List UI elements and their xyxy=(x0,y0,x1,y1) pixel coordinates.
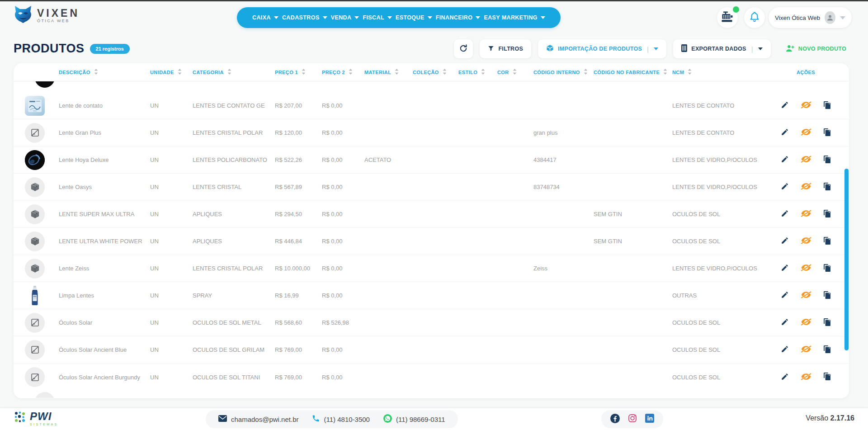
cell-categoria: LENTES CRISTAL POLAR xyxy=(193,265,275,272)
pencil-icon xyxy=(781,128,789,137)
hide-button[interactable] xyxy=(801,155,811,165)
cell-ncm: LENTES DE CONTATO xyxy=(672,102,763,109)
column-header-label: AÇÕES xyxy=(797,70,815,75)
edit-button[interactable] xyxy=(781,209,789,219)
import-products-button[interactable]: IMPORTAÇÃO DE PRODUTOS | xyxy=(538,39,666,58)
hide-button[interactable] xyxy=(801,317,811,328)
hide-button[interactable] xyxy=(801,372,811,383)
column-header-cor[interactable]: COR xyxy=(497,69,533,76)
nav-item-fiscal[interactable]: FISCAL xyxy=(363,14,392,21)
facebook-icon[interactable] xyxy=(610,414,620,425)
duplicate-button[interactable] xyxy=(823,155,831,165)
table-body: Lente de contatoUNLENTES DE CONTATO GER$… xyxy=(14,92,849,391)
duplicate-button[interactable] xyxy=(823,345,831,355)
column-header-categoria[interactable]: CATEGORIA xyxy=(193,69,275,76)
column-header-estilo[interactable]: ESTILO xyxy=(458,69,497,76)
hide-button[interactable] xyxy=(801,100,811,111)
nav-item-caixa[interactable]: CAIXA xyxy=(252,14,278,21)
table-row: Óculos Solar Ancient BlueUNOCULOS DE SOL… xyxy=(14,336,849,364)
nav-item-cadastros[interactable]: CADASTROS xyxy=(282,14,327,21)
hide-button[interactable] xyxy=(801,182,811,192)
table-row: Lente ZeissUNLENTES CRISTAL POLARR$ 10.0… xyxy=(14,255,849,282)
whatsapp-link[interactable]: (11) 98669-0311 xyxy=(383,414,445,424)
edit-button[interactable] xyxy=(781,236,789,246)
copy-icon xyxy=(823,318,831,328)
no-image-icon xyxy=(25,367,45,387)
duplicate-button[interactable] xyxy=(823,318,831,328)
column-header-material[interactable]: MATERIAL xyxy=(364,69,413,76)
hide-button[interactable] xyxy=(801,345,811,355)
whatsapp-text: (11) 98669-0311 xyxy=(396,416,445,423)
nav-item-financeiro[interactable]: FINANCEIRO xyxy=(436,14,481,21)
nav-item-venda[interactable]: VENDA xyxy=(331,14,359,21)
duplicate-button[interactable] xyxy=(823,372,831,382)
row-actions xyxy=(763,263,849,274)
chevron-down-icon xyxy=(428,16,432,19)
column-header-c-digo-no-fabricante[interactable]: CÓDIGO NO FABRICANTE xyxy=(594,69,672,76)
nav-item-label: CADASTROS xyxy=(282,14,320,21)
hide-button[interactable] xyxy=(801,128,811,138)
edit-button[interactable] xyxy=(781,345,789,354)
hide-button[interactable] xyxy=(801,236,811,246)
duplicate-button[interactable] xyxy=(823,209,831,219)
version-number: 2.17.16 xyxy=(830,414,854,422)
hide-button[interactable] xyxy=(801,290,811,301)
column-header-pre-o-1[interactable]: PREÇO 1 xyxy=(275,69,322,76)
nav-item-estoque[interactable]: ESTOQUE xyxy=(396,14,432,21)
linkedin-icon[interactable] xyxy=(645,414,654,425)
nav-item-label: VENDA xyxy=(331,14,352,21)
edit-button[interactable] xyxy=(781,318,789,327)
edit-button[interactable] xyxy=(781,128,789,137)
duplicate-button[interactable] xyxy=(823,236,831,246)
column-header-pre-o-2[interactable]: PREÇO 2 xyxy=(322,69,364,76)
duplicate-button[interactable] xyxy=(823,291,831,301)
cell-descricao: Óculos Solar xyxy=(59,319,150,326)
edit-button[interactable] xyxy=(781,155,789,165)
edit-button[interactable] xyxy=(781,182,789,192)
new-product-button[interactable]: NOVO PRODUTO xyxy=(778,39,854,58)
edit-button[interactable] xyxy=(781,373,789,382)
instagram-icon[interactable] xyxy=(628,414,637,425)
column-header-descri-o[interactable]: DESCRIÇÃO xyxy=(59,69,150,76)
phone-link[interactable]: (11) 4810-3500 xyxy=(312,415,369,424)
row-actions xyxy=(763,290,849,301)
product-image xyxy=(35,81,55,88)
chevron-down-icon xyxy=(323,16,327,19)
sort-icon xyxy=(688,69,692,76)
table-scrollbar[interactable] xyxy=(844,169,849,350)
cell-categoria: LENTES POLICARBONATO xyxy=(193,156,275,163)
edit-button[interactable] xyxy=(781,101,789,110)
filter-funnel-icon xyxy=(488,45,494,53)
edit-button[interactable] xyxy=(781,264,789,273)
column-header-cole-o[interactable]: COLEÇÃO xyxy=(413,69,458,76)
product-image xyxy=(35,392,55,398)
column-header-unidade[interactable]: UNIDADE xyxy=(150,69,193,76)
refresh-button[interactable] xyxy=(454,39,473,58)
column-header-label: CÓDIGO NO FABRICANTE xyxy=(594,70,660,75)
column-header-ncm[interactable]: NCM xyxy=(672,69,763,76)
copy-icon xyxy=(823,372,831,382)
table-header-row: DESCRIÇÃOUNIDADECATEGORIAPREÇO 1PREÇO 2M… xyxy=(14,63,849,81)
no-image-icon xyxy=(25,313,45,333)
support-email-link[interactable]: chamados@pwi.net.br xyxy=(218,415,298,423)
duplicate-button[interactable] xyxy=(823,101,831,111)
pencil-icon xyxy=(781,318,789,327)
cell-descricao: Lente Gran Plus xyxy=(59,129,150,136)
user-menu[interactable]: Vixen Ótica Web xyxy=(769,7,852,28)
duplicate-button[interactable] xyxy=(823,264,831,274)
export-data-button[interactable]: EXPORTAR DADOS | xyxy=(673,39,771,58)
hide-button[interactable] xyxy=(801,209,811,219)
user-avatar xyxy=(825,11,835,24)
pencil-icon xyxy=(781,345,789,354)
column-header-c-digo-interno[interactable]: CÓDIGO INTERNO xyxy=(533,69,594,76)
hide-button[interactable] xyxy=(801,263,811,274)
filters-button[interactable]: FILTROS xyxy=(480,39,531,58)
cash-register-button[interactable] xyxy=(717,7,738,28)
duplicate-button[interactable] xyxy=(823,182,831,192)
nav-item-easy-marketing[interactable]: EASY MARKETING xyxy=(484,14,545,21)
duplicate-button[interactable] xyxy=(823,128,831,138)
nav-item-label: ESTOQUE xyxy=(396,14,425,21)
cell-preco1: R$ 769,00 xyxy=(275,374,322,381)
edit-button[interactable] xyxy=(781,291,789,300)
notifications-button[interactable] xyxy=(744,7,765,28)
